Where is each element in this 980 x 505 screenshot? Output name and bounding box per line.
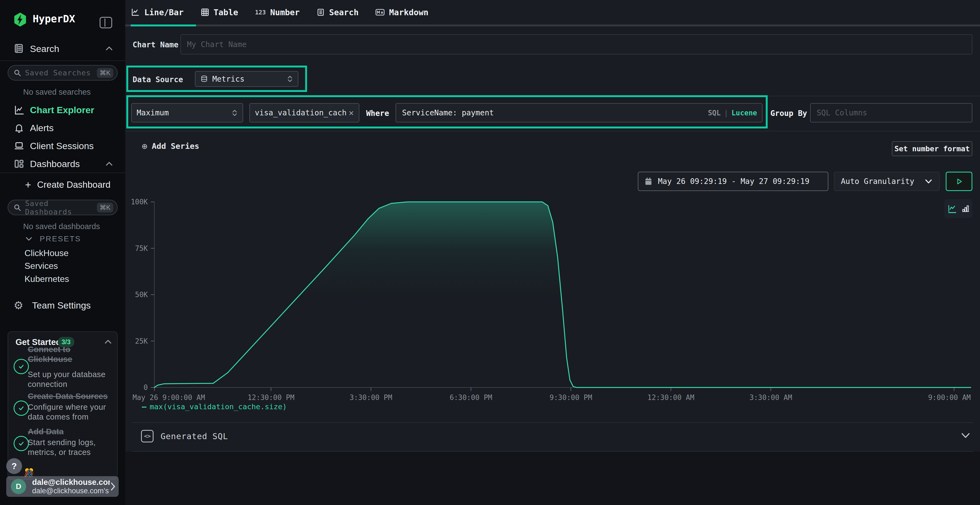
preset-item-kubernetes[interactable]: Kubernetes [24, 274, 69, 284]
database-icon [200, 75, 208, 83]
laptop-icon [14, 140, 24, 151]
tab-table[interactable]: Table [200, 8, 238, 17]
search-icon [14, 204, 21, 211]
where-input[interactable] [396, 103, 762, 122]
saved-searches-placeholder: Saved Searches [25, 68, 97, 77]
data-source-select[interactable]: Metrics [195, 71, 298, 87]
tab-label: Markdown [389, 8, 428, 17]
get-started-chevron-up-icon[interactable] [104, 339, 112, 345]
saved-dashboards-input[interactable]: Saved Dashboards ⌘K [8, 200, 118, 215]
svg-text:3:30:00 AM: 3:30:00 AM [749, 394, 792, 402]
query-language-toggle: SQL | Lucene [708, 103, 757, 122]
svg-text:3:30:00 PM: 3:30:00 PM [350, 394, 392, 402]
user-menu[interactable]: D dale@clickhouse.com dale@clickhouse.co… [6, 476, 119, 497]
chevron-right-icon [110, 482, 116, 491]
get-started-item-title[interactable]: Connect to ClickHouse [28, 345, 112, 364]
aggregation-select[interactable]: Maximum [131, 103, 243, 122]
sql-toggle[interactable]: SQL [708, 109, 721, 117]
timeseries-chart[interactable]: 025K50K75K100KMay 26 9:00:00 AM12:30:00 … [125, 191, 980, 405]
dashboards-chevron-up-icon[interactable] [105, 161, 113, 167]
search-icon [14, 69, 21, 77]
run-query-button[interactable] [946, 172, 972, 191]
granularity-select[interactable]: Auto Granularity [834, 172, 940, 191]
svg-text:12:30:00 AM: 12:30:00 AM [648, 394, 694, 402]
table-icon [200, 8, 209, 17]
date-range-picker[interactable]: May 26 09:29:19 - May 27 09:29:19 [638, 172, 828, 191]
search-section-chevron-up-icon[interactable] [105, 46, 113, 51]
add-series-label: Add Series [152, 141, 199, 151]
sidebar-divider [0, 60, 125, 61]
page-background [125, 452, 980, 505]
svg-text:25K: 25K [135, 337, 148, 345]
code-icon: <> [141, 430, 154, 442]
close-icon[interactable]: × [349, 108, 354, 118]
metric-tag[interactable]: visa_validation_cach × [249, 103, 360, 122]
aggregation-value: Maximum [137, 108, 169, 117]
app-title: HyperDX [33, 13, 75, 25]
data-source-value: Metrics [212, 75, 245, 84]
sidebar-item-client-sessions[interactable]: Client Sessions [0, 138, 125, 154]
group-by-label: Group By [770, 109, 807, 118]
app-root: HyperDX Search Saved Searches ⌘K No save… [0, 0, 980, 505]
get-started-item-title[interactable]: Add Data [28, 427, 112, 437]
check-circle-icon [14, 359, 29, 374]
sidebar-item-search[interactable]: Search [30, 43, 59, 54]
sidebar-item-label: Dashboards [30, 159, 80, 169]
sidebar-collapse-icon[interactable] [100, 17, 112, 28]
tab-line-bar[interactable]: Line/Bar [130, 8, 184, 17]
chart-name-input[interactable] [180, 34, 972, 54]
preset-item-services[interactable]: Services [24, 261, 58, 271]
chart-type-tabs: Line/Bar Table 123 Number Search Markdow… [130, 0, 428, 24]
divider [132, 451, 973, 452]
help-button[interactable]: ? [6, 458, 22, 474]
tab-track [125, 24, 980, 26]
where-input-wrap: SQL | Lucene [396, 103, 762, 122]
group-by-input[interactable] [810, 103, 972, 122]
date-range-value: May 26 09:29:19 - May 27 09:29:19 [658, 177, 809, 186]
saved-searches-input[interactable]: Saved Searches ⌘K [8, 65, 118, 81]
sidebar-item-label: Client Sessions [30, 141, 94, 151]
sidebar-item-chart-explorer[interactable]: Chart Explorer [0, 102, 125, 118]
lucene-toggle[interactable]: Lucene [732, 109, 757, 117]
set-number-format-button[interactable]: Set number format [892, 141, 972, 156]
tab-label: Search [329, 8, 358, 17]
chevron-down-icon [924, 178, 932, 184]
divider [125, 96, 980, 96]
create-dashboard-label: Create Dashboard [37, 179, 111, 190]
get-started-item-title[interactable]: Create Data Sources [28, 391, 112, 401]
svg-text:9:00:00 AM: 9:00:00 AM [928, 394, 971, 402]
dashboard-icon [14, 159, 24, 169]
sidebar-item-team-settings[interactable]: ⚙ Team Settings [14, 299, 91, 311]
play-icon [955, 178, 963, 186]
shortcut-badge: ⌘K [97, 203, 113, 213]
saved-dashboards-placeholder: Saved Dashboards [25, 199, 97, 216]
tab-search[interactable]: Search [317, 8, 358, 17]
create-dashboard-button[interactable]: + Create Dashboard [25, 179, 111, 190]
sidebar-item-label: Alerts [30, 123, 54, 133]
tab-markdown[interactable]: Markdown [375, 8, 428, 17]
svg-text:75K: 75K [135, 245, 148, 252]
select-chevrons-icon [287, 75, 293, 83]
avatar: D [11, 479, 26, 494]
add-series-button[interactable]: ⊕ Add Series [142, 141, 199, 151]
svg-text:50K: 50K [135, 291, 148, 299]
check-circle-icon [14, 400, 29, 416]
sidebar-item-dashboards[interactable]: Dashboards [0, 156, 125, 172]
chart-explorer-icon [14, 105, 24, 115]
presets-label: PRESETS [40, 235, 81, 243]
granularity-value: Auto Granularity [841, 177, 915, 186]
preset-item-clickhouse[interactable]: ClickHouse [24, 248, 68, 258]
generated-sql-chevron-down-icon[interactable] [960, 432, 971, 439]
active-tab-underline [130, 24, 196, 26]
generated-sql-toggle[interactable]: <> Generated SQL [141, 430, 228, 442]
divider [125, 131, 980, 132]
search-list-icon [317, 8, 325, 16]
generated-sql-label: Generated SQL [161, 432, 228, 441]
chart-legend[interactable]: — max(visa_validation_cache.size) [142, 402, 287, 411]
where-label: Where [366, 109, 389, 118]
sidebar-divider [0, 173, 125, 173]
sidebar-item-label: Chart Explorer [30, 105, 94, 115]
sidebar-item-alerts[interactable]: Alerts [0, 120, 125, 135]
tab-number[interactable]: 123 Number [255, 8, 300, 17]
presets-toggle[interactable]: PRESETS [25, 235, 81, 243]
